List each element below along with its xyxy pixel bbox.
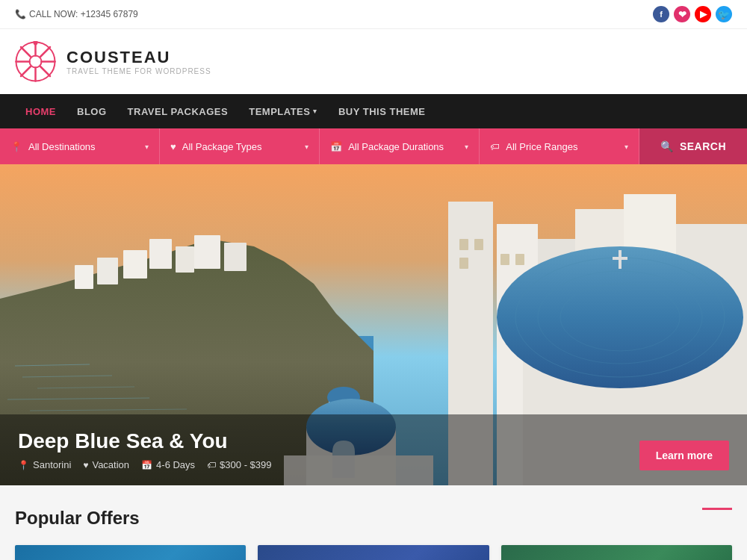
card-3-image [501, 545, 732, 560]
destinations-filter[interactable]: 📍 All Destinations ▾ [0, 128, 160, 164]
learn-more-button[interactable]: Learn more [639, 441, 729, 470]
svg-rect-29 [459, 258, 468, 269]
search-label: SEARCH [680, 140, 726, 152]
price-filter[interactable]: 🏷 All Price Ranges ▾ [480, 128, 639, 164]
hero-overlay: Deep Blue Sea & You 📍 Santorini ♥ Vacati… [0, 414, 747, 485]
phone-info: 📞 CALL NOW: +12345 67879 [15, 9, 138, 19]
hero-title: Deep Blue Sea & You [18, 429, 272, 453]
hero-price-text: $300 - $399 [220, 459, 271, 470]
calendar-icon: 📅 [330, 141, 342, 152]
price-chevron-icon: ▾ [624, 143, 628, 151]
svg-rect-15 [176, 246, 194, 273]
package-types-label: All Package Types [182, 141, 299, 152]
location-pin-icon: 📍 [18, 460, 29, 470]
nav-travel-packages[interactable]: TRAVEL PACKAGES [117, 94, 239, 128]
svg-line-7 [40, 66, 50, 76]
svg-rect-16 [123, 250, 147, 279]
price-icon: 🏷 [207, 460, 216, 470]
nav-buy-theme[interactable]: BUY THIS THEME [328, 94, 436, 128]
hero-duration: 📅 4-6 Days [141, 459, 195, 470]
twitter-icon[interactable]: 🐦 [716, 6, 732, 22]
popular-title-underline [702, 508, 732, 510]
destinations-label: All Destinations [28, 141, 139, 152]
durations-filter[interactable]: 📅 All Package Durations ▾ [320, 128, 480, 164]
popular-offers-title: Popular Offers [15, 508, 140, 533]
hero-meta: 📍 Santorini ♥ Vacation 📅 4-6 Days 🏷 $300… [18, 459, 272, 470]
svg-point-10 [34, 41, 38, 46]
templates-chevron-icon: ▾ [313, 108, 317, 115]
hero-location: 📍 Santorini [18, 459, 71, 470]
svg-line-8 [40, 47, 50, 57]
nav-home[interactable]: HOME [15, 94, 66, 128]
hero-type: ♥ Vacation [83, 459, 129, 470]
svg-rect-30 [500, 254, 509, 265]
svg-rect-44 [613, 257, 627, 260]
svg-rect-31 [515, 254, 524, 265]
svg-rect-20 [75, 265, 93, 289]
svg-rect-17 [97, 258, 118, 284]
svg-rect-14 [149, 239, 172, 269]
durations-label: All Package Durations [348, 141, 459, 152]
popular-cards-row [15, 545, 732, 560]
popular-title-row: Popular Offers [15, 508, 732, 533]
heart-icon: ♥ [170, 141, 176, 152]
type-heart-icon: ♥ [83, 460, 88, 470]
hero-content: Deep Blue Sea & You 📍 Santorini ♥ Vacati… [18, 429, 272, 470]
svg-point-1 [30, 56, 42, 68]
duration-calendar-icon: 📅 [141, 460, 152, 470]
popular-card-3 [501, 545, 732, 560]
social-icons-group: f ❤ ▶ 🐦 [653, 6, 732, 22]
facebook-icon[interactable]: f [653, 6, 669, 22]
phone-icon: 📞 [15, 9, 26, 19]
durations-chevron-icon: ▾ [465, 143, 468, 151]
hero-location-text: Santorini [33, 459, 71, 470]
svg-rect-28 [474, 239, 483, 250]
main-nav: HOME BLOG TRAVEL PACKAGES TEMPLATES ▾ BU… [0, 94, 747, 128]
hero-type-text: Vacation [92, 459, 129, 470]
popular-card-2 [258, 545, 489, 560]
nav-blog[interactable]: BLOG [66, 94, 117, 128]
svg-rect-18 [194, 235, 220, 269]
hero-price: 🏷 $300 - $399 [207, 459, 271, 470]
search-button[interactable]: 🔍 SEARCH [639, 128, 747, 164]
nav-templates[interactable]: TEMPLATES ▾ [238, 94, 328, 128]
logo-icon [15, 41, 56, 82]
popular-card-1 [15, 545, 246, 560]
search-icon: 🔍 [660, 140, 674, 152]
instagram-icon[interactable]: ❤ [674, 6, 690, 22]
site-header: COUSTEAU TRAVEL THEME FOR WORDPRESS [0, 29, 747, 94]
card-2-image [258, 545, 489, 560]
svg-rect-19 [224, 243, 247, 271]
filter-bar: 📍 All Destinations ▾ ♥ All Package Types… [0, 128, 747, 164]
popular-offers-section: Popular Offers [0, 485, 747, 560]
logo-subtitle: TRAVEL THEME FOR WORDPRESS [66, 67, 211, 75]
price-label: All Price Ranges [506, 141, 619, 152]
destinations-chevron-icon: ▾ [145, 143, 149, 151]
youtube-icon[interactable]: ▶ [695, 6, 711, 22]
nav-templates-label: TEMPLATES [249, 106, 310, 117]
package-types-chevron-icon: ▾ [305, 143, 309, 151]
hero-section: Deep Blue Sea & You 📍 Santorini ♥ Vacati… [0, 164, 747, 485]
top-bar: 📞 CALL NOW: +12345 67879 f ❤ ▶ 🐦 [0, 0, 747, 29]
logo-title: COUSTEAU [66, 48, 211, 67]
hero-duration-text: 4-6 Days [156, 459, 195, 470]
logo-text: COUSTEAU TRAVEL THEME FOR WORDPRESS [66, 48, 211, 75]
package-types-filter[interactable]: ♥ All Package Types ▾ [160, 128, 320, 164]
price-tag-icon: 🏷 [490, 141, 500, 152]
card-1-image [15, 545, 246, 560]
location-icon: 📍 [10, 141, 22, 152]
phone-number: CALL NOW: +12345 67879 [29, 9, 138, 19]
svg-rect-27 [459, 239, 468, 250]
svg-line-6 [21, 47, 31, 57]
svg-line-9 [21, 66, 31, 76]
